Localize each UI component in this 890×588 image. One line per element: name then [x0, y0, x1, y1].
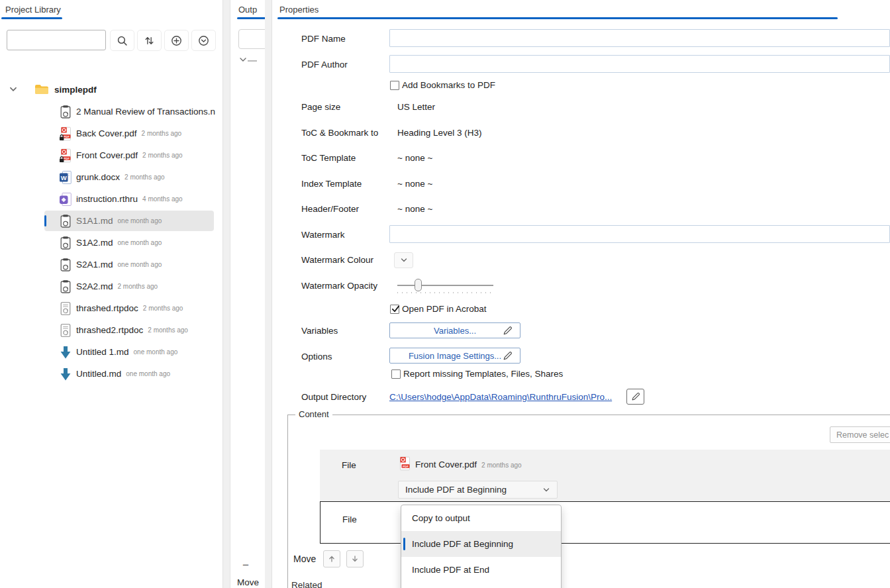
output-directory-link[interactable]: C:\Users\hodge\AppData\Roaming\RunthruFu… [389, 392, 612, 402]
file-age: 4 months ago [142, 195, 183, 203]
md-blue-file-icon [59, 367, 72, 381]
library-file-row[interactable]: Untitled 1.md one month ago [0, 341, 222, 363]
md-file-icon [59, 236, 72, 250]
toc-template-label: ToC Template [301, 153, 356, 163]
move-up-button[interactable] [323, 550, 340, 567]
pencil-icon [631, 392, 640, 401]
file-age: 2 months ago [142, 130, 182, 137]
library-folder-row[interactable]: simplepdf [0, 78, 222, 101]
library-file-row[interactable]: instruction.rthru 4 months ago [0, 188, 222, 210]
watermark-opacity-label: Watermark Opacity [301, 281, 377, 291]
library-file-row[interactable]: Untitled.md one month ago [0, 363, 222, 385]
index-template-combo[interactable]: ~ none ~ [397, 179, 432, 189]
library-file-row[interactable]: thrashed.rtpdoc 2 months ago [0, 297, 222, 319]
file-name: instruction.rthru [76, 194, 138, 204]
variables-label: Variables [301, 326, 338, 336]
include-mode-combobox[interactable]: Include PDF at Beginning [398, 481, 558, 499]
library-search-input[interactable] [7, 30, 106, 50]
report-missing-checkbox[interactable] [391, 369, 401, 379]
content-file-row[interactable]: File Front Cover.pdf2 months ago Include… [320, 450, 890, 501]
move-down-button[interactable] [346, 550, 364, 567]
menu-item-include-pdf-at-beginning[interactable]: Include PDF at Beginning [401, 531, 561, 557]
pdf-file-icon [398, 456, 411, 471]
pencil-icon [503, 351, 513, 361]
related-section-label: Related [291, 580, 322, 588]
add-bookmarks-checkbox[interactable] [390, 81, 399, 90]
expander-icon[interactable] [237, 56, 260, 65]
search-button[interactable] [110, 30, 134, 51]
toc-template-combo[interactable]: ~ none ~ [397, 153, 432, 163]
output-clipped-control[interactable] [238, 29, 265, 49]
pdf-name-label: PDF Name [301, 34, 346, 44]
library-file-row[interactable]: grunk.docx 2 months ago [0, 166, 222, 188]
panel-splitter[interactable] [265, 0, 272, 588]
sort-icon [144, 35, 155, 46]
word-file-icon [59, 170, 72, 185]
page-size-combo[interactable]: US Letter [397, 102, 435, 112]
edit-output-directory-button[interactable] [626, 389, 644, 405]
file-name: grunk.docx [76, 172, 120, 182]
collapse-all-button[interactable] [191, 30, 216, 51]
library-file-row[interactable]: S2A1.md one month ago [0, 254, 222, 275]
pdf-locked-file-icon [59, 148, 72, 163]
content-legend: Content [295, 409, 332, 419]
pdf-locked-file-icon [59, 126, 72, 141]
fusion-image-settings-button[interactable]: Fusion Image Settings... [389, 348, 520, 364]
open-pdf-checkbox[interactable] [390, 305, 399, 314]
library-file-row[interactable]: thrashed2.rtpdoc 2 months ago [0, 319, 222, 341]
remove-selected-button[interactable]: Remove selec [830, 426, 890, 443]
folder-icon [34, 83, 49, 95]
output-directory-label: Output Directory [301, 392, 366, 402]
chevron-down-icon[interactable] [9, 85, 18, 94]
opacity-slider-track[interactable] [397, 285, 493, 286]
file-name: Back Cover.pdf [76, 128, 137, 138]
library-file-row[interactable]: S2A2.md 2 months ago [0, 275, 222, 297]
add-bookmarks-label: Add Bookmarks to PDF [402, 80, 495, 90]
sort-button[interactable] [137, 30, 162, 51]
file-age: 2 months ago [118, 283, 158, 290]
content-move-label: Move [293, 554, 316, 564]
file-name: Untitled.md [76, 369, 121, 379]
collapse-all-icon [198, 35, 209, 46]
content-row-type: File [342, 460, 356, 470]
md-file-icon [59, 214, 72, 228]
properties-panel: Properties PDF Name PDF Author Add Bookm… [272, 0, 890, 588]
watermark-input[interactable] [389, 225, 890, 243]
opacity-slider-thumb[interactable] [415, 279, 422, 291]
file-name: Front Cover.pdf [415, 460, 477, 469]
library-file-row[interactable]: Back Cover.pdf 2 months ago [0, 122, 222, 144]
library-file-row-selected[interactable]: S1A1.md one month ago [0, 210, 222, 232]
pdf-author-input[interactable] [389, 55, 890, 73]
include-mode-dropdown-menu: Copy to output Include PDF at Beginning … [401, 505, 562, 588]
index-template-label: Index Template [301, 179, 362, 189]
library-file-row[interactable]: Front Cover.pdf 2 months ago [0, 144, 222, 166]
pdf-name-input[interactable] [389, 29, 890, 47]
file-age: one month ago [118, 239, 162, 246]
file-age: one month ago [118, 261, 162, 268]
add-item-button[interactable] [164, 30, 189, 51]
options-label: Options [301, 352, 332, 362]
library-file-row[interactable]: 2 Manual Review of Transactions.n [0, 101, 222, 122]
arrow-down-icon [351, 555, 359, 563]
menu-item-label: Include PDF at Beginning [412, 539, 513, 549]
tab-output[interactable]: Outp [238, 5, 257, 15]
add-circle-icon [171, 35, 182, 46]
library-file-row[interactable]: S1A2.md one month ago [0, 232, 222, 254]
file-age: 2 months ago [143, 305, 183, 312]
menu-item-copy-to-output[interactable]: Copy to output [401, 505, 561, 531]
collapse-minus-control[interactable]: − [242, 559, 249, 572]
menu-item-include-pdf-at-end[interactable]: Include PDF at End [401, 557, 561, 583]
panel-splitter[interactable] [223, 0, 230, 588]
file-name: Untitled 1.md [76, 347, 129, 357]
toc-bookmark-combo[interactable]: Heading Level 3 (H3) [397, 128, 482, 138]
tab-properties[interactable]: Properties [279, 5, 319, 15]
file-name: S1A1.md [76, 216, 113, 226]
menu-item-label: Copy to output [412, 513, 470, 523]
rtpdoc-file-icon [59, 323, 72, 338]
tab-project-library[interactable]: Project Library [5, 5, 61, 15]
variables-button[interactable]: Variables... [389, 322, 520, 338]
watermark-colour-dropdown[interactable] [394, 252, 413, 268]
output-move-label: Move [237, 577, 259, 587]
header-footer-combo[interactable]: ~ none ~ [397, 204, 432, 214]
content-groupbox: Content Remove selec File Front Cover.pd… [287, 415, 890, 588]
